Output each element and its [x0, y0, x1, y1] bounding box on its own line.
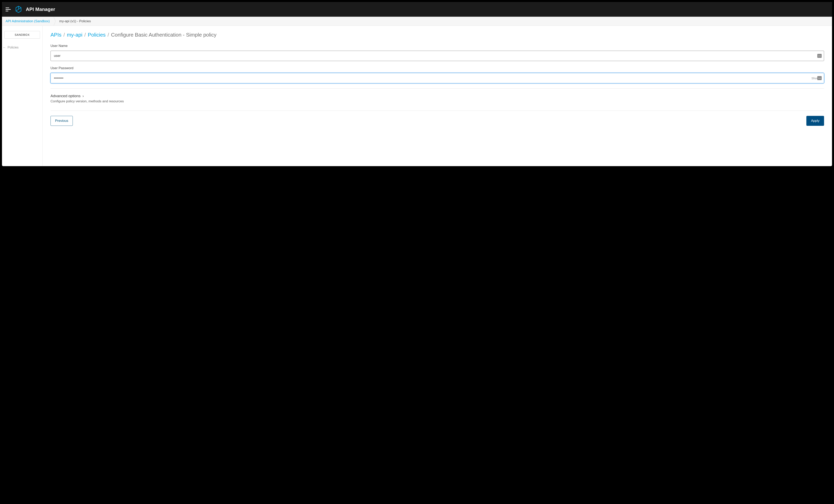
breadcrumb-current: my-api (v1) - Policies — [54, 17, 91, 26]
crumb-myapi[interactable]: my-api — [67, 32, 82, 38]
username-input-wrap — [50, 51, 824, 61]
username-label: User Name — [50, 44, 824, 48]
divider — [50, 88, 824, 89]
crumb-apis[interactable]: APIs — [50, 32, 62, 38]
crumb-sep: / — [108, 32, 109, 38]
breadcrumb-strip: API Administration (Sandbox) my-api (v1)… — [2, 17, 832, 26]
sidebar-back-label: Policies — [7, 46, 19, 49]
button-row: Previous Apply — [50, 116, 824, 126]
advanced-options-toggle[interactable]: Advanced options › — [50, 94, 824, 98]
crumb-current: Configure Basic Authentication - Simple … — [111, 32, 216, 38]
environment-chip[interactable]: SANDBOX — [4, 31, 40, 39]
password-input-wrap: Show — [50, 73, 824, 83]
app-title: API Manager — [26, 6, 55, 12]
sidebar: SANDBOX ← Policies — [2, 26, 43, 166]
arrow-left-icon: ← — [3, 46, 6, 49]
previous-button[interactable]: Previous — [50, 116, 73, 126]
top-bar: API Manager — [2, 2, 832, 17]
advanced-options-title: Advanced options — [50, 94, 81, 98]
body: SANDBOX ← Policies APIs / my-api / Polic… — [2, 26, 832, 166]
hamburger-menu-icon[interactable] — [5, 6, 11, 12]
password-options-icon[interactable] — [817, 76, 822, 80]
password-input[interactable] — [50, 73, 824, 83]
username-input[interactable] — [50, 51, 824, 61]
crumb-policies[interactable]: Policies — [88, 32, 106, 38]
crumb-sep: / — [63, 32, 65, 38]
app-window: API Manager API Administration (Sandbox)… — [2, 2, 832, 166]
username-options-icon[interactable] — [817, 54, 822, 58]
main-content: APIs / my-api / Policies / Configure Bas… — [43, 26, 832, 166]
crumb-sep: / — [84, 32, 86, 38]
breadcrumb-admin-link[interactable]: API Administration (Sandbox) — [2, 17, 54, 26]
apply-button[interactable]: Apply — [806, 116, 824, 126]
page-breadcrumb: APIs / my-api / Policies / Configure Bas… — [50, 32, 824, 38]
password-label: User Password — [50, 66, 824, 70]
product-logo-icon — [16, 6, 21, 13]
advanced-options-desc: Configure policy version, methods and re… — [50, 99, 824, 104]
password-show-group: Show — [811, 76, 822, 80]
chevron-right-icon: › — [83, 94, 84, 98]
sidebar-back-policies[interactable]: ← Policies — [2, 45, 42, 50]
